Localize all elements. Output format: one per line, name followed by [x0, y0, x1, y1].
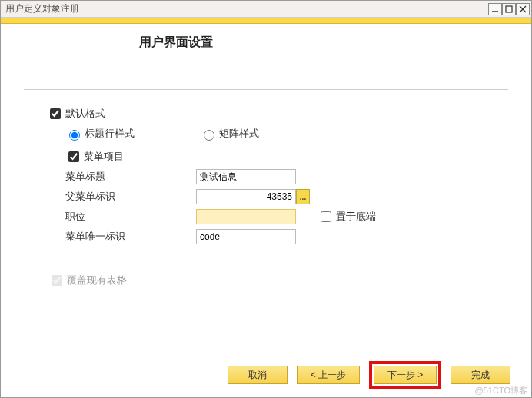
- menu-title-field-label: 菜单标题: [65, 170, 196, 184]
- default-format-checkbox[interactable]: [50, 108, 61, 119]
- finish-button[interactable]: 完成: [451, 366, 510, 384]
- footer-buttons: 取消 < 上一步 下一步 > 完成: [228, 361, 510, 389]
- window-title: 用户定义对象注册: [5, 2, 79, 15]
- maximize-button[interactable]: [502, 3, 516, 15]
- dialog-window: 用户定义对象注册 用户界面设置 默认格式 标题行样式 矩阵样式: [0, 0, 532, 398]
- menu-title-row: 菜单标题: [47, 167, 531, 187]
- default-format-label: 默认格式: [65, 107, 105, 121]
- parent-id-input[interactable]: [196, 189, 296, 204]
- cancel-button[interactable]: 取消: [228, 366, 288, 384]
- title-row-style-label: 标题行样式: [85, 127, 135, 141]
- next-button[interactable]: 下一步 >: [374, 366, 437, 384]
- client-area: 用户界面设置 默认格式 标题行样式 矩阵样式 菜单项目 菜单标题: [1, 24, 531, 397]
- unique-id-input[interactable]: [196, 229, 296, 244]
- position-input[interactable]: [196, 209, 296, 224]
- parent-id-browse-button[interactable]: ...: [296, 189, 310, 204]
- watermark: @51CTO博客: [475, 385, 527, 396]
- unique-id-row: 菜单唯一标识: [47, 227, 531, 247]
- default-format-row: 默认格式: [47, 104, 531, 124]
- titlebar: 用户定义对象注册: [1, 1, 531, 18]
- close-button[interactable]: [516, 3, 530, 15]
- overwrite-row: 覆盖现有表格: [48, 273, 531, 288]
- parent-id-row: 父菜单标识 ...: [47, 187, 531, 207]
- unique-id-field-label: 菜单唯一标识: [65, 230, 196, 244]
- overwrite-label: 覆盖现有表格: [67, 274, 127, 287]
- menu-item-label: 菜单项目: [84, 150, 124, 164]
- matrix-style-radio[interactable]: [204, 130, 214, 141]
- next-button-highlight: 下一步 >: [369, 361, 441, 389]
- menu-item-row: 菜单项目: [47, 147, 531, 167]
- menu-item-checkbox[interactable]: [68, 151, 79, 162]
- svg-rect-1: [506, 6, 512, 12]
- prev-button[interactable]: < 上一步: [297, 366, 360, 384]
- form: 默认格式 标题行样式 矩阵样式 菜单项目 菜单标题 父菜单标识: [1, 90, 531, 247]
- window-controls: [488, 3, 530, 15]
- style-radio-row: 标题行样式 矩阵样式: [47, 124, 531, 144]
- page-header: 用户界面设置: [1, 24, 531, 51]
- parent-id-field-label: 父菜单标识: [65, 190, 196, 204]
- matrix-style-label: 矩阵样式: [219, 127, 259, 141]
- position-field-label: 职位: [65, 210, 196, 224]
- page-title: 用户界面设置: [139, 35, 531, 51]
- menu-title-input[interactable]: [196, 169, 296, 184]
- minimize-button[interactable]: [488, 3, 502, 15]
- overwrite-checkbox: [52, 275, 62, 286]
- ribbon-accent: [1, 18, 531, 24]
- position-row: 职位 置于底端: [47, 207, 531, 227]
- bottom-checkbox[interactable]: [321, 211, 331, 222]
- title-row-style-radio[interactable]: [69, 130, 80, 141]
- bottom-checkbox-label: 置于底端: [336, 210, 376, 224]
